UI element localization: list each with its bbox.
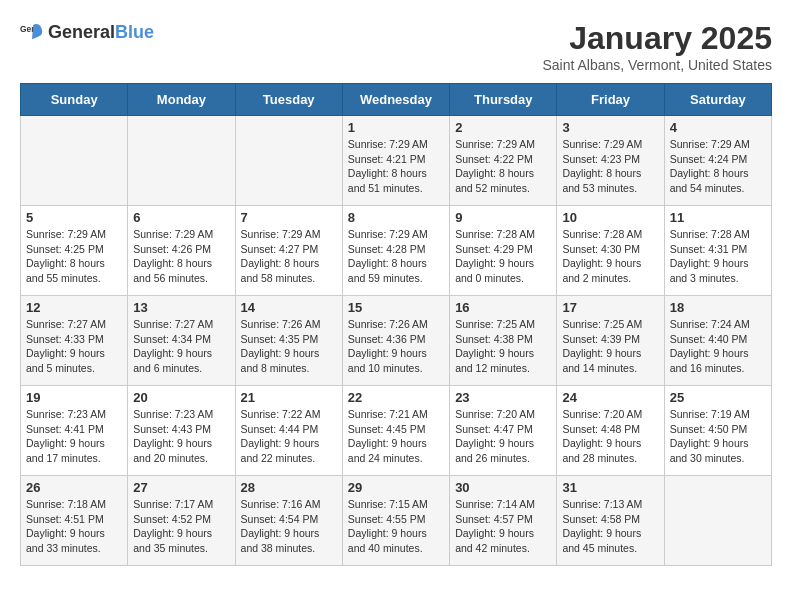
calendar-day-12: 12Sunrise: 7:27 AMSunset: 4:33 PMDayligh… [21,296,128,386]
day-info: Sunrise: 7:26 AMSunset: 4:35 PMDaylight:… [241,317,337,376]
calendar-day-22: 22Sunrise: 7:21 AMSunset: 4:45 PMDayligh… [342,386,449,476]
day-info: Sunrise: 7:13 AMSunset: 4:58 PMDaylight:… [562,497,658,556]
weekday-header-saturday: Saturday [664,84,771,116]
weekday-header-row: SundayMondayTuesdayWednesdayThursdayFrid… [21,84,772,116]
day-number: 15 [348,300,444,315]
day-number: 8 [348,210,444,225]
day-info: Sunrise: 7:28 AMSunset: 4:29 PMDaylight:… [455,227,551,286]
day-number: 21 [241,390,337,405]
calendar-empty-cell [21,116,128,206]
day-info: Sunrise: 7:23 AMSunset: 4:43 PMDaylight:… [133,407,229,466]
calendar-table: SundayMondayTuesdayWednesdayThursdayFrid… [20,83,772,566]
day-number: 10 [562,210,658,225]
day-info: Sunrise: 7:29 AMSunset: 4:28 PMDaylight:… [348,227,444,286]
calendar-day-26: 26Sunrise: 7:18 AMSunset: 4:51 PMDayligh… [21,476,128,566]
calendar-day-24: 24Sunrise: 7:20 AMSunset: 4:48 PMDayligh… [557,386,664,476]
day-info: Sunrise: 7:27 AMSunset: 4:33 PMDaylight:… [26,317,122,376]
day-info: Sunrise: 7:14 AMSunset: 4:57 PMDaylight:… [455,497,551,556]
calendar-day-5: 5Sunrise: 7:29 AMSunset: 4:25 PMDaylight… [21,206,128,296]
calendar-day-10: 10Sunrise: 7:28 AMSunset: 4:30 PMDayligh… [557,206,664,296]
calendar-day-13: 13Sunrise: 7:27 AMSunset: 4:34 PMDayligh… [128,296,235,386]
title-block: January 2025 Saint Albans, Vermont, Unit… [542,20,772,73]
logo-text: General [48,22,115,42]
day-info: Sunrise: 7:20 AMSunset: 4:47 PMDaylight:… [455,407,551,466]
day-number: 1 [348,120,444,135]
day-number: 9 [455,210,551,225]
calendar-day-25: 25Sunrise: 7:19 AMSunset: 4:50 PMDayligh… [664,386,771,476]
calendar-day-15: 15Sunrise: 7:26 AMSunset: 4:36 PMDayligh… [342,296,449,386]
weekday-header-thursday: Thursday [450,84,557,116]
day-number: 19 [26,390,122,405]
day-number: 20 [133,390,229,405]
calendar-empty-cell [664,476,771,566]
weekday-header-tuesday: Tuesday [235,84,342,116]
calendar-header: SundayMondayTuesdayWednesdayThursdayFrid… [21,84,772,116]
calendar-day-18: 18Sunrise: 7:24 AMSunset: 4:40 PMDayligh… [664,296,771,386]
day-info: Sunrise: 7:16 AMSunset: 4:54 PMDaylight:… [241,497,337,556]
day-info: Sunrise: 7:24 AMSunset: 4:40 PMDaylight:… [670,317,766,376]
day-number: 31 [562,480,658,495]
calendar-day-8: 8Sunrise: 7:29 AMSunset: 4:28 PMDaylight… [342,206,449,296]
day-info: Sunrise: 7:18 AMSunset: 4:51 PMDaylight:… [26,497,122,556]
weekday-header-friday: Friday [557,84,664,116]
calendar-day-7: 7Sunrise: 7:29 AMSunset: 4:27 PMDaylight… [235,206,342,296]
day-info: Sunrise: 7:28 AMSunset: 4:31 PMDaylight:… [670,227,766,286]
day-number: 18 [670,300,766,315]
day-info: Sunrise: 7:22 AMSunset: 4:44 PMDaylight:… [241,407,337,466]
day-number: 5 [26,210,122,225]
day-number: 25 [670,390,766,405]
day-number: 26 [26,480,122,495]
day-number: 30 [455,480,551,495]
calendar-week-row: 1Sunrise: 7:29 AMSunset: 4:21 PMDaylight… [21,116,772,206]
day-info: Sunrise: 7:29 AMSunset: 4:23 PMDaylight:… [562,137,658,196]
calendar-day-6: 6Sunrise: 7:29 AMSunset: 4:26 PMDaylight… [128,206,235,296]
calendar-week-row: 26Sunrise: 7:18 AMSunset: 4:51 PMDayligh… [21,476,772,566]
calendar-day-19: 19Sunrise: 7:23 AMSunset: 4:41 PMDayligh… [21,386,128,476]
calendar-day-17: 17Sunrise: 7:25 AMSunset: 4:39 PMDayligh… [557,296,664,386]
day-number: 13 [133,300,229,315]
calendar-week-row: 5Sunrise: 7:29 AMSunset: 4:25 PMDaylight… [21,206,772,296]
day-info: Sunrise: 7:27 AMSunset: 4:34 PMDaylight:… [133,317,229,376]
calendar-day-11: 11Sunrise: 7:28 AMSunset: 4:31 PMDayligh… [664,206,771,296]
day-number: 14 [241,300,337,315]
day-info: Sunrise: 7:29 AMSunset: 4:25 PMDaylight:… [26,227,122,286]
calendar-day-21: 21Sunrise: 7:22 AMSunset: 4:44 PMDayligh… [235,386,342,476]
calendar-day-9: 9Sunrise: 7:28 AMSunset: 4:29 PMDaylight… [450,206,557,296]
calendar-day-29: 29Sunrise: 7:15 AMSunset: 4:55 PMDayligh… [342,476,449,566]
calendar-day-4: 4Sunrise: 7:29 AMSunset: 4:24 PMDaylight… [664,116,771,206]
weekday-header-sunday: Sunday [21,84,128,116]
day-info: Sunrise: 7:25 AMSunset: 4:39 PMDaylight:… [562,317,658,376]
day-number: 4 [670,120,766,135]
day-number: 3 [562,120,658,135]
calendar-day-23: 23Sunrise: 7:20 AMSunset: 4:47 PMDayligh… [450,386,557,476]
calendar-body: 1Sunrise: 7:29 AMSunset: 4:21 PMDaylight… [21,116,772,566]
day-number: 27 [133,480,229,495]
calendar-day-27: 27Sunrise: 7:17 AMSunset: 4:52 PMDayligh… [128,476,235,566]
calendar-day-14: 14Sunrise: 7:26 AMSunset: 4:35 PMDayligh… [235,296,342,386]
day-number: 2 [455,120,551,135]
day-info: Sunrise: 7:29 AMSunset: 4:24 PMDaylight:… [670,137,766,196]
weekday-header-monday: Monday [128,84,235,116]
day-info: Sunrise: 7:28 AMSunset: 4:30 PMDaylight:… [562,227,658,286]
calendar-empty-cell [128,116,235,206]
day-number: 23 [455,390,551,405]
day-number: 24 [562,390,658,405]
day-number: 17 [562,300,658,315]
calendar-week-row: 12Sunrise: 7:27 AMSunset: 4:33 PMDayligh… [21,296,772,386]
calendar-title: January 2025 [542,20,772,57]
day-number: 6 [133,210,229,225]
weekday-header-wednesday: Wednesday [342,84,449,116]
calendar-day-28: 28Sunrise: 7:16 AMSunset: 4:54 PMDayligh… [235,476,342,566]
calendar-day-30: 30Sunrise: 7:14 AMSunset: 4:57 PMDayligh… [450,476,557,566]
page-header: Gen GeneralBlue January 2025 Saint Alban… [20,20,772,73]
day-number: 12 [26,300,122,315]
calendar-day-1: 1Sunrise: 7:29 AMSunset: 4:21 PMDaylight… [342,116,449,206]
calendar-day-3: 3Sunrise: 7:29 AMSunset: 4:23 PMDaylight… [557,116,664,206]
day-info: Sunrise: 7:17 AMSunset: 4:52 PMDaylight:… [133,497,229,556]
day-info: Sunrise: 7:15 AMSunset: 4:55 PMDaylight:… [348,497,444,556]
day-number: 7 [241,210,337,225]
calendar-week-row: 19Sunrise: 7:23 AMSunset: 4:41 PMDayligh… [21,386,772,476]
logo-icon: Gen [20,20,44,44]
calendar-day-31: 31Sunrise: 7:13 AMSunset: 4:58 PMDayligh… [557,476,664,566]
day-number: 22 [348,390,444,405]
